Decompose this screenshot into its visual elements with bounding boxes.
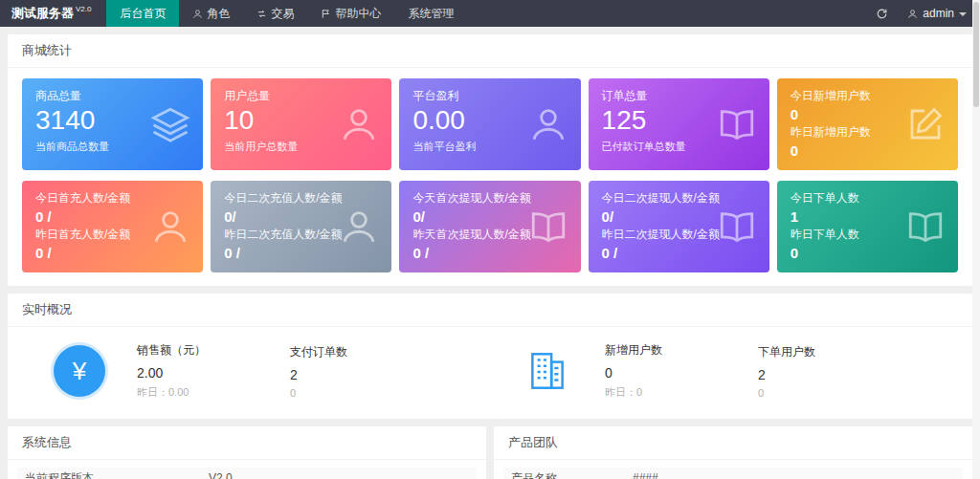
chevron-down-icon bbox=[959, 12, 967, 16]
card-title: 商品总量 bbox=[35, 89, 189, 103]
stat-card-users-total: 用户总量 10 当前用户总数量 bbox=[211, 78, 391, 170]
user-icon bbox=[192, 9, 203, 19]
card-label-today: 今日首充人数/金额 bbox=[35, 191, 189, 206]
mall-stats-panel: 商城统计 商品总量 3140 当前商品总数量 用户总量 10 当前用户总数量 平… bbox=[8, 34, 972, 286]
card-label-today: 今日新增用户数 bbox=[791, 89, 945, 103]
metric-value: 2 bbox=[758, 367, 911, 382]
card-title: 订单总量 bbox=[602, 89, 756, 103]
metric-sub: 0 bbox=[290, 387, 443, 399]
user-icon bbox=[339, 207, 379, 247]
metric-sub: 昨日：0 bbox=[605, 385, 758, 400]
metric-label: 下单用户数 bbox=[758, 344, 911, 360]
metric-label: 支付订单数 bbox=[290, 344, 443, 360]
card-label-today: 今日二次提现人数/金额 bbox=[602, 191, 756, 206]
user-icon bbox=[339, 104, 379, 144]
yen-icon: ¥ bbox=[54, 345, 105, 397]
metric-new-users: 新增用户数 0 昨日：0 bbox=[605, 342, 758, 400]
nav-item-label: 帮助中心 bbox=[335, 6, 381, 22]
nav-item-home[interactable]: 后台首页 bbox=[106, 0, 179, 27]
building-icon bbox=[523, 347, 571, 395]
nav-item-label: 系统管理 bbox=[408, 6, 454, 22]
row-label: 产品名称 bbox=[503, 470, 633, 479]
card-label-today: 今日二次充值人数/金额 bbox=[224, 191, 378, 206]
nav-item-system-management[interactable]: 系统管理 bbox=[394, 0, 467, 27]
table-row: 产品名称 #### bbox=[503, 468, 963, 479]
app-brand: 测试服务器V2.0 bbox=[0, 5, 106, 22]
table-row: 当前程序版本 V2.0 bbox=[17, 468, 477, 479]
metric-value: 2 bbox=[290, 367, 443, 382]
edit-icon bbox=[905, 104, 946, 144]
product-team-panel: 产品团队 产品名称 #### 在线体验 66666666666666666 官方… bbox=[494, 426, 972, 479]
panel-title: 系统信息 bbox=[8, 426, 486, 460]
book-icon bbox=[717, 104, 757, 144]
card-title: 用户总量 bbox=[224, 89, 378, 103]
row-label: 当前程序版本 bbox=[17, 470, 209, 479]
metric-sales: 销售额（元） 2.00 昨日：0.00 bbox=[137, 342, 290, 400]
stat-card-platform-profit: 平台盈利 0.00 当前平台盈利 bbox=[399, 78, 580, 170]
metric-label: 新增用户数 bbox=[605, 342, 758, 359]
stat-card-first-recharge: 今日首充人数/金额 0 / 昨日首充人数/金额 0 / bbox=[22, 181, 203, 272]
panel-title: 商城统计 bbox=[8, 34, 972, 68]
user-icon bbox=[150, 207, 190, 247]
stat-cards-grid: 商品总量 3140 当前商品总数量 用户总量 10 当前用户总数量 平台盈利 0… bbox=[8, 68, 972, 286]
user-icon bbox=[528, 104, 568, 144]
card-title: 平台盈利 bbox=[412, 89, 567, 103]
metric-order-users: 下单用户数 2 0 bbox=[758, 344, 911, 399]
realtime-sales-group: ¥ 销售额（元） 2.00 昨日：0.00 支付订单数 2 0 bbox=[22, 342, 490, 400]
stat-card-goods-total: 商品总量 3140 当前商品总数量 bbox=[22, 78, 203, 170]
nav-item-trade[interactable]: 交易 bbox=[243, 0, 307, 27]
stat-card-second-recharge: 今日二次充值人数/金额 0/ 昨日二次充值人数/金额 0 / bbox=[211, 181, 391, 272]
book-icon bbox=[905, 207, 946, 247]
metric-value: 0 bbox=[605, 365, 758, 381]
card-label-today: 今日下单人数 bbox=[791, 191, 945, 206]
trade-icon bbox=[256, 9, 267, 19]
row-value: V2.0 bbox=[209, 471, 233, 479]
row-value: #### bbox=[633, 471, 658, 479]
nav-item-help-center[interactable]: 帮助中心 bbox=[307, 0, 394, 27]
top-navbar: 测试服务器V2.0 后台首页 角色 交易 帮助中心 系统管理 admin bbox=[0, 0, 980, 27]
metric-paid-orders: 支付订单数 2 0 bbox=[290, 344, 443, 399]
brand-title: 测试服务器 bbox=[11, 6, 74, 20]
nav-item-label: 角色 bbox=[207, 6, 230, 22]
metric-sub: 昨日：0.00 bbox=[137, 385, 290, 400]
metric-sub: 0 bbox=[758, 387, 911, 399]
panel-title: 实时概况 bbox=[8, 294, 972, 327]
flag-icon bbox=[321, 9, 331, 19]
metric-value: 2.00 bbox=[137, 365, 290, 381]
brand-version: V2.0 bbox=[76, 5, 91, 13]
user-menu[interactable]: admin bbox=[907, 7, 967, 20]
metric-label: 销售额（元） bbox=[137, 342, 290, 359]
person-icon bbox=[907, 9, 918, 19]
nav-item-roles[interactable]: 角色 bbox=[179, 0, 243, 27]
vertical-scrollbar bbox=[972, 0, 980, 479]
realtime-users-group: 新增用户数 0 昨日：0 下单用户数 2 0 bbox=[490, 342, 958, 400]
layers-icon bbox=[150, 104, 190, 144]
system-info-panel: 系统信息 当前程序版本 V2.0 运行PHP版本 5.6.40 ThinkPHP… bbox=[8, 426, 486, 479]
stat-card-second-withdraw: 今日二次提现人数/金额 0/ 昨日二次提现人数/金额 0 / bbox=[589, 181, 769, 272]
book-icon bbox=[528, 207, 568, 247]
stat-card-new-users: 今日新增用户数 0 昨日新增用户数 0 bbox=[777, 78, 958, 170]
stat-card-order-users: 今日下单人数 1 昨日下单人数 0 bbox=[777, 181, 958, 272]
nav-item-label: 交易 bbox=[271, 6, 294, 22]
refresh-icon[interactable] bbox=[876, 8, 888, 20]
card-label-today: 今天首次提现人数/金额 bbox=[412, 191, 567, 206]
realtime-panel: 实时概况 ¥ 销售额（元） 2.00 昨日：0.00 支付订单数 2 0 新增用… bbox=[8, 294, 972, 419]
stat-card-first-withdraw: 今天首次提现人数/金额 0/ 昨天首次提现人数/金额 0 / bbox=[399, 181, 580, 272]
stat-card-orders-total: 订单总量 125 已付款订单总数量 bbox=[589, 78, 769, 170]
username: admin bbox=[923, 7, 954, 20]
scrollbar-thumb[interactable] bbox=[973, 2, 979, 107]
panel-title: 产品团队 bbox=[494, 426, 972, 460]
nav-item-label: 后台首页 bbox=[120, 6, 166, 22]
book-icon bbox=[717, 207, 757, 247]
